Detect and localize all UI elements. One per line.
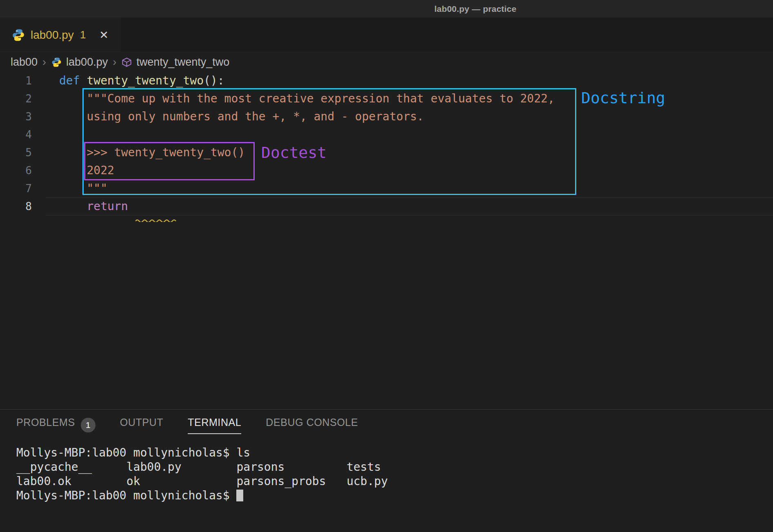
- line-number: 8: [0, 197, 32, 215]
- problems-count-badge: 1: [81, 418, 96, 432]
- line-number: 2: [0, 90, 32, 108]
- function-name: twenty_twenty_two: [87, 74, 204, 87]
- indent: [59, 200, 87, 213]
- terminal-output[interactable]: Mollys-MBP:lab00 mollynicholas$ ls __pyc…: [16, 446, 765, 532]
- breadcrumb-symbol[interactable]: twenty_twenty_two: [136, 56, 229, 69]
- problems-label: PROBLEMS: [16, 417, 75, 434]
- output-label: OUTPUT: [120, 417, 163, 434]
- python-icon: [51, 57, 62, 68]
- terminal-line: lab00.ok ok parsons_probs ucb.py: [16, 474, 765, 488]
- tab-lab00[interactable]: lab00.py 1 ✕: [0, 18, 120, 52]
- punctuation: ():: [204, 74, 224, 87]
- close-icon[interactable]: ✕: [99, 29, 109, 42]
- line-number: 6: [0, 162, 32, 180]
- line-number: 3: [0, 108, 32, 126]
- keyword-return: return: [87, 200, 128, 213]
- window-title: lab00.py — practice: [434, 4, 516, 14]
- line-number: 5: [0, 144, 32, 162]
- line-number: 7: [0, 180, 32, 197]
- chevron-right-icon: ›: [42, 56, 46, 69]
- terminal-line: __pycache__ lab00.py parsons tests: [16, 460, 765, 474]
- code-line[interactable]: 1 def twenty_twenty_two():: [0, 72, 773, 90]
- vscode-window: lab00.py — practice lab00.py 1 ✕ lab00 ›: [0, 0, 773, 532]
- terminal-cursor: [236, 490, 243, 501]
- doctest-prompt-line: >>> twenty_twenty_two(): [59, 144, 245, 162]
- chevron-right-icon: ›: [113, 56, 116, 69]
- bottom-panel: PROBLEMS 1 OUTPUT TERMINAL DEBUG CONSOLE…: [0, 409, 773, 532]
- line-number: 1: [0, 72, 32, 90]
- tab-bar: lab00.py 1 ✕: [0, 18, 773, 52]
- code-line[interactable]: 2 """Come up with the most creative expr…: [0, 90, 773, 108]
- code-line[interactable]: 8 return: [0, 197, 773, 215]
- tab-label: lab00.py: [31, 29, 74, 42]
- doctest-expected-output: 2022: [59, 162, 114, 180]
- tab-dirty-count: 1: [80, 29, 86, 41]
- titlebar: lab00.py — practice: [0, 0, 773, 18]
- code-line[interactable]: 4: [0, 126, 773, 144]
- warning-squiggle: [135, 211, 177, 225]
- breadcrumb-folder[interactable]: lab00: [11, 56, 38, 69]
- docstring-text: using only numbers and the +, *, and - o…: [59, 108, 424, 126]
- terminal-prompt-line: Mollys-MBP:lab00 mollynicholas$: [16, 488, 765, 503]
- code-line[interactable]: 3 using only numbers and the +, *, and -…: [0, 108, 773, 126]
- terminal-prompt: Mollys-MBP:lab00 mollynicholas$: [16, 489, 236, 502]
- breadcrumb-file[interactable]: lab00.py: [66, 56, 108, 69]
- breadcrumb: lab00 › lab00.py › twenty_twenty_two: [0, 52, 773, 72]
- code-editor[interactable]: 1 def twenty_twenty_two(): 2 """Come up …: [0, 72, 773, 268]
- tab-debug-console[interactable]: DEBUG CONSOLE: [266, 417, 358, 434]
- symbol-cube-icon: [121, 57, 132, 68]
- debug-console-label: DEBUG CONSOLE: [266, 417, 358, 434]
- code-line[interactable]: 7 """: [0, 180, 773, 197]
- tab-terminal[interactable]: TERMINAL: [188, 417, 241, 434]
- keyword-def: def: [59, 74, 87, 87]
- python-icon: [11, 28, 25, 42]
- docstring-text: """Come up with the most creative expres…: [59, 90, 555, 108]
- line-number: 4: [0, 126, 32, 144]
- panel-tab-bar: PROBLEMS 1 OUTPUT TERMINAL DEBUG CONSOLE: [0, 410, 773, 441]
- docstring-close: """: [59, 180, 107, 197]
- code-line[interactable]: 6 2022: [0, 162, 773, 180]
- tab-problems[interactable]: PROBLEMS 1: [16, 417, 96, 434]
- terminal-label: TERMINAL: [188, 417, 241, 434]
- code-line[interactable]: 5 >>> twenty_twenty_two(): [0, 144, 773, 162]
- terminal-line: Mollys-MBP:lab00 mollynicholas$ ls: [16, 446, 765, 460]
- tab-output[interactable]: OUTPUT: [120, 417, 163, 434]
